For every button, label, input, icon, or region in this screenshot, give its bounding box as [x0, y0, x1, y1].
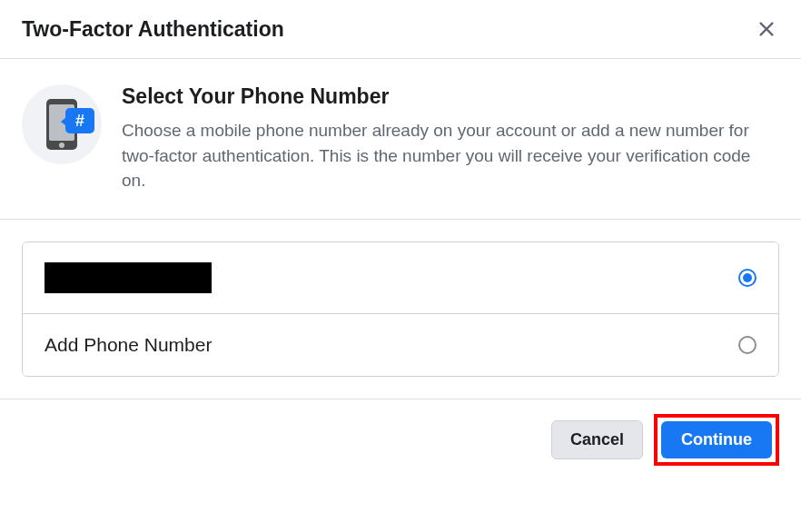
content-section: # Select Your Phone Number Choose a mobi…: [0, 59, 801, 220]
continue-highlight-box: Continue: [654, 414, 779, 466]
phone-number-redacted: [44, 262, 212, 293]
phone-options-list: Add Phone Number: [22, 241, 779, 377]
phone-option-add[interactable]: Add Phone Number: [23, 313, 778, 376]
close-icon: [756, 19, 776, 39]
radio-unselected[interactable]: [738, 336, 756, 354]
add-phone-label: Add Phone Number: [44, 334, 212, 356]
cancel-button[interactable]: Cancel: [551, 420, 643, 459]
options-section: Add Phone Number: [0, 220, 801, 399]
phone-option-existing[interactable]: [23, 242, 778, 313]
close-button[interactable]: [754, 16, 779, 42]
phone-hash-icon: #: [22, 84, 102, 164]
modal-header: Two-Factor Authentication: [0, 0, 801, 59]
section-description: Choose a mobile phone number already on …: [122, 118, 779, 193]
modal-title: Two-Factor Authentication: [22, 17, 284, 42]
continue-button[interactable]: Continue: [661, 421, 772, 458]
content-text: Select Your Phone Number Choose a mobile…: [122, 84, 779, 193]
radio-selected[interactable]: [738, 269, 756, 287]
dialog-footer: Cancel Continue: [0, 399, 801, 480]
section-heading: Select Your Phone Number: [122, 84, 779, 109]
